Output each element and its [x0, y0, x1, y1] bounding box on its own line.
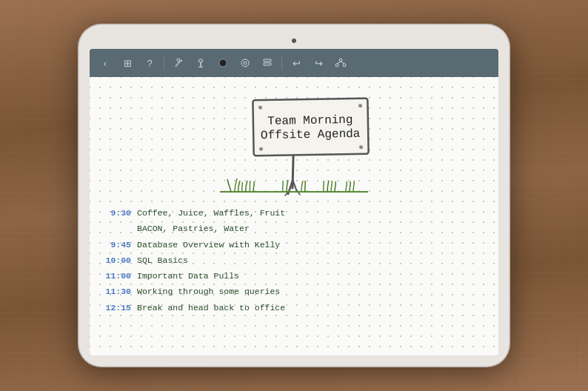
- agenda-item-5: 11:30 Working through some queries: [104, 285, 484, 298]
- back-button[interactable]: ‹: [96, 53, 115, 73]
- help-button[interactable]: ?: [140, 53, 159, 73]
- agenda-text-6: Break and head back to office: [137, 301, 285, 314]
- agenda-list: 9:30 Coffee, Juice, Waffles, Fruit BACON…: [104, 207, 484, 317]
- svg-line-12: [341, 61, 344, 64]
- agenda-item-3: 10:00 SQL Basics: [104, 254, 484, 267]
- svg-point-5: [244, 61, 247, 64]
- agenda-text-1: BACON, Pastries, Water: [137, 222, 250, 235]
- agenda-time-0: 9:30: [104, 208, 131, 218]
- agenda-text-5: Working through some queries: [137, 285, 280, 298]
- svg-point-3: [219, 59, 227, 67]
- agenda-text-2: Database Overview with Kelly: [137, 238, 280, 251]
- agenda-item-4: 11:00 Important Data Pulls: [104, 270, 484, 282]
- svg-rect-6: [264, 59, 271, 61]
- undo-button[interactable]: ↩: [287, 53, 306, 73]
- brush-tool-button[interactable]: [191, 53, 210, 73]
- redo-button[interactable]: ↪: [309, 53, 328, 73]
- toolbar-separator-2: [281, 56, 282, 70]
- agenda-time-6: 12:15: [104, 303, 131, 313]
- svg-text:Offsite Agenda: Offsite Agenda: [261, 127, 361, 142]
- agenda-time-4: 11:00: [104, 271, 131, 281]
- camera-dot: [292, 39, 296, 43]
- agenda-text-4: Important Data Pulls: [137, 270, 239, 282]
- layers-button[interactable]: [258, 53, 277, 73]
- sign-illustration: Team Morning Offsite Agenda: [205, 84, 383, 203]
- svg-point-4: [241, 59, 249, 67]
- svg-point-8: [339, 59, 342, 61]
- shape-tool-button[interactable]: [235, 53, 255, 73]
- ipad-screen: ‹ ⊞ ?: [90, 49, 498, 355]
- pages-button[interactable]: ⊞: [118, 53, 137, 73]
- svg-rect-7: [264, 63, 271, 65]
- svg-point-10: [343, 64, 346, 67]
- svg-point-1: [198, 59, 203, 62]
- agenda-time-2: 9:45: [104, 240, 131, 250]
- svg-point-0: [177, 59, 180, 61]
- agenda-time-5: 11:30: [104, 287, 131, 296]
- pen-tool-button[interactable]: [169, 53, 188, 73]
- notebook-content: Team Morning Offsite Agenda: [90, 77, 498, 355]
- agenda-item-1: BACON, Pastries, Water: [104, 222, 484, 235]
- agenda-text-3: SQL Basics: [137, 254, 188, 267]
- svg-text:Team Morning: Team Morning: [267, 113, 353, 128]
- agenda-time-3: 10:00: [104, 255, 131, 265]
- share-button[interactable]: [331, 53, 350, 73]
- toolbar-separator-1: [164, 56, 164, 70]
- ink-color-button[interactable]: [213, 53, 233, 73]
- ipad-frame: ‹ ⊞ ?: [79, 25, 509, 366]
- agenda-text-0: Coffee, Juice, Waffles, Fruit: [137, 207, 285, 219]
- agenda-item-2: 9:45 Database Overview with Kelly: [104, 238, 484, 251]
- svg-line-11: [337, 61, 341, 64]
- agenda-item-6: 12:15 Break and head back to office: [104, 301, 484, 314]
- toolbar: ‹ ⊞ ?: [90, 49, 498, 77]
- agenda-item-0: 9:30 Coffee, Juice, Waffles, Fruit: [104, 207, 484, 219]
- svg-point-9: [335, 64, 338, 67]
